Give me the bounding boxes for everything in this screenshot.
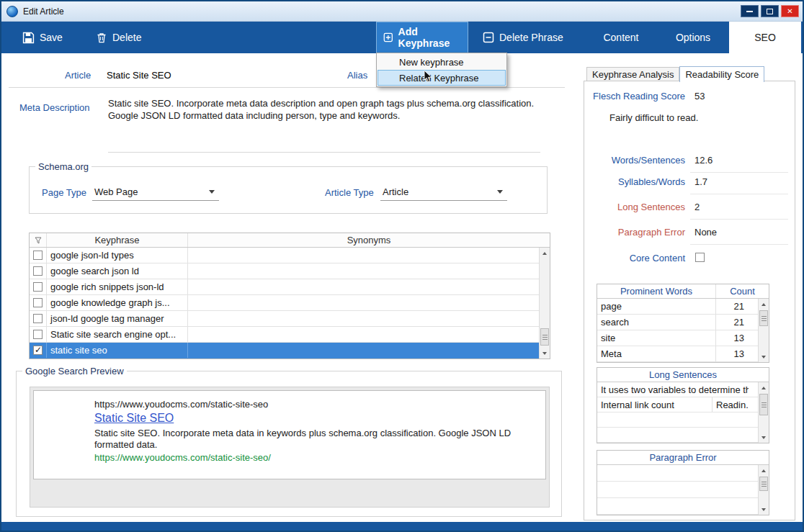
divider [108,152,540,153]
maximize-button[interactable] [761,5,779,17]
add-keyphrase-button[interactable]: Add Keyphrase [376,22,468,53]
prominent-word-row[interactable]: site 13 [597,330,769,346]
prominent-words-table: Prominent Words Count page 21 search 21 … [597,284,769,363]
keyphrase-table-scrollbar[interactable] [539,248,550,359]
meta-description-text[interactable]: Static site SEO. Incorporate meta data d… [108,97,556,122]
prominent-word-row[interactable]: search 21 [597,315,769,330]
scroll-down-icon[interactable] [759,505,769,514]
row-checkbox[interactable] [33,330,43,339]
column-header-prominent-words[interactable]: Prominent Words [597,284,716,298]
word-cell: search [597,315,716,330]
page-type-value: Web Page [94,186,138,197]
checkbox-cell [30,279,47,294]
delete-phrase-button[interactable]: Delete Phrase [476,22,570,53]
delete-phrase-label: Delete Phrase [499,32,563,43]
prominent-words-header: Prominent Words Count [597,284,769,299]
count-cell: 21 [716,317,749,328]
count-cell: 13 [716,333,749,343]
keyphrase-row[interactable]: google rich snippets json-ld [30,279,550,295]
scroll-down-icon[interactable] [759,433,769,442]
keyphrase-cell: google rich snippets json-ld [47,279,188,294]
synonyms-cell [188,263,550,279]
toolbar: Save Delete Add Keyphrase Delete Phrase … [1,22,803,53]
synonyms-cell [188,248,550,263]
column-header-synonyms[interactable]: Synonyms [188,233,550,247]
row-checkbox[interactable] [33,282,43,292]
count-cell: 13 [716,348,749,359]
row-checkbox-checked[interactable] [33,346,43,355]
column-header-paragraph-error[interactable]: Paragraph Error [597,452,769,463]
keyphrase-table-header: Keyphrase Synonyms [30,233,550,248]
keyphrase-row[interactable]: json-ld google tag manager [30,311,550,327]
row-checkbox[interactable] [33,251,43,260]
analysis-tabs: Keyphrase Analysis Readability Score [586,66,764,81]
row-checkbox[interactable] [33,314,43,323]
long-sentence-row[interactable] [597,428,769,443]
save-button[interactable]: Save [16,22,69,53]
tab-readability-score[interactable]: Readability Score [679,66,764,82]
paragraph-error-row[interactable] [597,465,769,482]
column-header-long-sentences[interactable]: Long Sentences [597,369,769,380]
scroll-thumb[interactable] [759,394,768,415]
maximize-icon [767,9,773,14]
checkbox-cell [30,327,47,342]
long-sentence-row[interactable] [597,412,769,428]
long-sentence-row[interactable]: Internal link count Readin... [597,397,769,412]
keyphrase-row-selected[interactable]: static site seo [30,343,550,359]
column-header-keyphrase[interactable]: Keyphrase [47,233,188,247]
trash-icon [96,32,107,44]
plus-icon [383,32,393,43]
keyphrase-row[interactable]: google json-ld types [30,248,550,263]
prominent-word-row[interactable]: page 21 [597,299,769,315]
close-button[interactable]: ✕ [781,5,799,17]
menu-item-new-keyphrase[interactable]: New keyphrase [378,54,506,70]
add-keyphrase-menu: New keyphrase Related Keyphrase [376,53,507,87]
long-sentences-value: 2 [690,202,788,220]
sentence-cell: Internal link count [597,397,713,412]
core-content-checkbox[interactable] [695,253,705,262]
scroll-up-icon[interactable] [540,248,550,258]
scroll-thumb[interactable] [540,328,549,346]
word-cell: site [597,330,716,346]
page-type-dropdown[interactable]: Web Page [92,184,219,201]
preview-result-link[interactable]: Static Site SEO [94,412,174,425]
keyphrase-row[interactable]: Static site search engine opt... [30,327,550,343]
sentence-cell: It uses two variables to determine th... [597,384,749,395]
checkbox-cell [30,295,47,310]
article-value: Static Site SEO [107,70,171,81]
long-sentence-row[interactable]: It uses two variables to determine th... [597,382,769,397]
scroll-down-icon[interactable] [759,352,769,361]
keyphrase-row[interactable]: google search json ld [30,263,550,279]
article-type-dropdown[interactable]: Article [380,184,507,201]
row-checkbox[interactable] [33,298,43,307]
scroll-down-icon[interactable] [540,348,550,358]
minus-icon [483,32,494,43]
tab-seo[interactable]: SEO [729,22,801,53]
menu-item-related-keyphrase[interactable]: Related Keyphrase [378,70,506,86]
app-icon [6,6,18,17]
scroll-up-icon[interactable] [759,299,769,309]
scroll-thumb[interactable] [759,310,768,326]
scroll-up-icon[interactable] [759,383,769,392]
column-header-count[interactable]: Count [716,286,769,297]
long-sentences-scrollbar[interactable] [758,382,769,443]
tab-keyphrase-analysis[interactable]: Keyphrase Analysis [586,67,679,81]
prominent-word-row[interactable]: Meta 13 [597,346,769,362]
preview-container: https://www.youdocms.com/static-site-seo… [30,387,550,508]
filter-header-cell[interactable] [30,233,47,247]
paragraph-error-scrollbar[interactable] [758,465,769,515]
minimize-button[interactable] [741,5,759,17]
edit-article-window: Edit Article ✕ Save Delete Add Keyphrase… [0,0,804,532]
synonyms-cell [188,311,550,326]
tab-content[interactable]: Content [585,22,657,53]
prominent-words-scrollbar[interactable] [758,299,769,362]
tab-options[interactable]: Options [657,22,729,53]
paragraph-error-row[interactable] [597,498,769,515]
row-checkbox[interactable] [33,266,43,276]
scroll-up-icon[interactable] [759,466,769,475]
delete-button[interactable]: Delete [89,22,148,53]
paragraph-error-row[interactable] [597,482,769,498]
scroll-thumb[interactable] [759,477,768,491]
minimize-icon [746,11,753,12]
keyphrase-row[interactable]: google knowledge graph js... [30,295,550,311]
